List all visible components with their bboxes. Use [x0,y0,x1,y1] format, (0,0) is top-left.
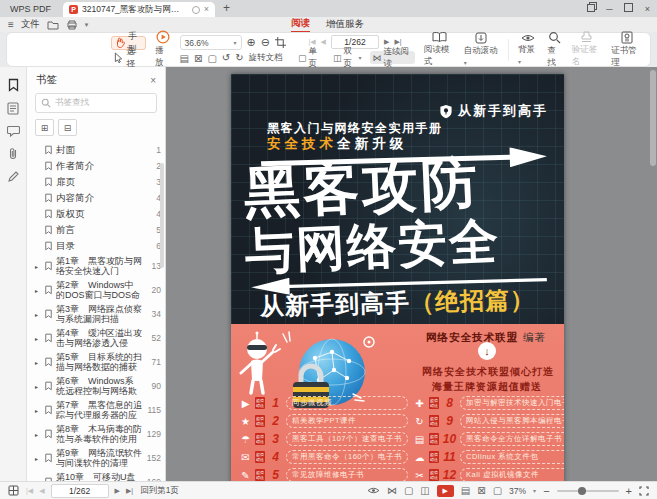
expand-caret-icon[interactable]: ▸ [35,335,41,342]
print-icon[interactable] [66,20,78,30]
window-minimize-button[interactable]: ─ [600,4,619,17]
bookmark-item[interactable]: 扉页3 [27,174,165,190]
expand-caret-icon[interactable]: ▸ [35,287,41,294]
comments-panel-icon[interactable] [7,125,20,137]
feature-label: 常用黑客命令（160个）电子书 [286,450,408,464]
actual-size-icon[interactable]: ▢ [207,53,216,64]
zoom-out-icon[interactable]: ⊖ [261,37,270,48]
first-page-icon[interactable]: |◀ [26,487,33,495]
tab-read[interactable]: 阅读 [291,16,310,33]
bookmark-item[interactable]: 作者简介2 [27,158,165,174]
cover-title-line2: 与网络安全 [244,216,501,276]
play-mode-button[interactable]: ▶ [437,485,454,497]
bookmark-item[interactable]: ▸第5章 目标系统的扫描与网络数据的捕获71 [27,350,165,374]
single-page-button[interactable]: ▢单页 [295,51,325,64]
bookmarks-panel-icon[interactable] [7,78,20,92]
background-button[interactable]: 背景 ▾ [518,33,538,66]
back-to-first-page-button[interactable]: 回到第1页 [140,485,179,497]
zoom-slider-knob[interactable] [578,487,586,495]
bookmark-item[interactable]: ▸第7章 黑客信息的追踪与代理服务器的应用115 [27,398,165,422]
bookmark-item[interactable]: ▸第8章 木马病毒的防范与杀毒软件的使用129 [27,422,165,446]
feature-number: 8 [442,396,457,410]
next-page-icon[interactable]: ▶ [115,487,120,495]
app-home-button[interactable]: WPS PDF [0,4,63,17]
double-page-icon[interactable]: ◫ [420,485,429,496]
zoom-plus-icon[interactable]: + [626,485,632,497]
thumbnail-grid-icon[interactable] [8,485,19,496]
bookmark-item[interactable]: 内容简介4 [27,190,165,206]
chevron-down-icon[interactable]: ▾ [85,21,89,29]
document-scrollbar[interactable] [650,70,656,166]
actual-size-icon[interactable]: ▢ [493,485,502,496]
bookmark-item[interactable]: 封面1 [27,142,165,158]
bookmark-item[interactable]: 目录6 [27,238,165,254]
bookmark-item[interactable]: ▸第2章 Windows中的DOS窗口与DOS命令20 [27,278,165,302]
bookmark-page: 4 [145,193,161,203]
zoom-slider[interactable] [557,490,619,492]
expand-caret-icon[interactable]: ▸ [35,359,41,366]
zoom-select[interactable]: 36.6% ▾ [180,35,242,50]
expand-all-button[interactable]: ⊞ [35,119,54,136]
bookmark-search-input[interactable]: 书签查找 [35,93,157,113]
zoom-minus-icon[interactable]: − [543,485,549,497]
rotate-right-icon[interactable]: ↻ [235,53,243,63]
panel-scrollbar[interactable] [160,163,164,268]
document-viewport[interactable]: 从新手到高手 黑客入门与网络安全实用手册 安全技术全新升级 黑客攻防 与网络安全… [166,67,657,482]
window-maximize-button[interactable] [619,3,638,17]
expand-caret-icon[interactable]: ▸ [35,383,41,390]
continuous-read-button[interactable]: ⋈连续阅读 [370,51,415,64]
certificate-manage-button[interactable]: 证书管理 [611,31,642,69]
bookmark-item[interactable]: ▸第3章 网络踩点侦察与系统漏洞扫描34 [27,302,165,326]
fit-page-icon[interactable]: ▤ [180,53,189,64]
panel-close-icon[interactable]: × [150,75,156,86]
bookmark-item[interactable]: 前言5 [27,222,165,238]
fullscreen-icon[interactable] [639,486,649,496]
continuous-icon[interactable]: ⋈ [387,485,397,496]
last-page-icon[interactable]: ▶| [126,487,133,495]
collapse-all-button[interactable]: ⊟ [58,119,77,136]
single-page-icon[interactable]: ▢ [404,485,413,496]
double-page-button[interactable]: ◫双页▾ [330,51,365,64]
open-folder-icon[interactable] [47,20,59,30]
bookmark-item[interactable]: 版权页4 [27,206,165,222]
signature-panel-icon[interactable] [7,170,20,183]
window-close-button[interactable]: × [638,4,657,17]
hamburger-menu-icon[interactable]: ≡ [8,20,14,30]
document-tab[interactable]: P 3210747_黑客攻防与网络安... × [63,2,215,17]
prev-page-icon[interactable]: ◀ [39,487,44,495]
select-tool-button[interactable]: 选择 [111,52,146,64]
expand-caret-icon[interactable]: ▸ [35,455,41,462]
bookmark-item[interactable]: ▸第4章 缓冲区溢出攻击与网络渗透入侵52 [27,326,165,350]
expand-caret-icon[interactable]: ▸ [35,407,41,414]
bookmark-item[interactable]: ▸第6章 Windows系统远程控制与网络欺骗90 [27,374,165,398]
tab-close-icon[interactable]: × [204,5,209,14]
thumbnails-panel-icon[interactable] [7,102,19,115]
new-tab-button[interactable]: + [215,1,238,17]
auto-scroll-button[interactable]: 自动滚动 ▾ [464,32,500,67]
eye-icon[interactable] [367,486,380,495]
rotate-left-icon[interactable]: ↺ [222,53,230,63]
expand-caret-icon[interactable]: ▸ [35,431,41,438]
crop-icon[interactable] [275,37,286,48]
read-mode-button[interactable]: 阅读模式 [424,31,455,68]
hand-icon [115,37,125,48]
statusbar-zoom-value[interactable]: 37% [509,486,526,496]
bookmark-item[interactable]: ▸第1章 黑客攻防与网络安全快速入门13 [27,254,165,278]
find-button[interactable]: 查找 [547,31,562,69]
play-button[interactable]: 播放 [155,30,170,69]
tab-value-services[interactable]: 增值服务 [326,17,364,32]
rotate-document-button[interactable]: 旋转文档 [249,52,283,64]
bookmark-item[interactable]: ▸第9章 网络流氓软件与间谍软件的清理152 [27,446,165,470]
fit-width-icon[interactable]: ⊠ [477,485,485,496]
fit-page-icon[interactable]: ▤ [461,485,470,496]
window-layout-button[interactable] [581,4,600,17]
feature-number: 9 [442,414,457,428]
expand-caret-icon[interactable]: ▸ [35,311,41,318]
statusbar-page-input[interactable]: 1/262 [51,484,109,498]
fit-width-icon[interactable]: ⊠ [194,53,202,64]
expand-caret-icon[interactable]: ▸ [35,263,41,270]
feature-row: ✎超值赠送5常见故障维修电子书 [239,468,408,482]
file-menu[interactable]: 文件 [21,18,40,31]
zoom-in-icon[interactable]: ⊕ [247,37,256,48]
attachments-panel-icon[interactable] [7,147,19,160]
